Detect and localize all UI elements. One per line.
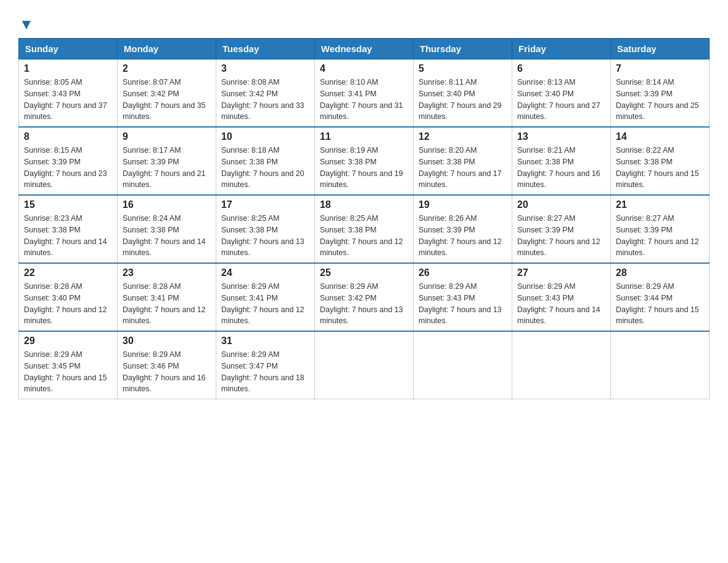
calendar-cell: 18 Sunrise: 8:25 AMSunset: 3:38 PMDaylig… xyxy=(315,195,414,263)
day-number: 7 xyxy=(616,63,704,74)
calendar-cell: 10 Sunrise: 8:18 AMSunset: 3:38 PMDaylig… xyxy=(216,127,315,195)
day-info: Sunrise: 8:29 AMSunset: 3:43 PMDaylight:… xyxy=(517,281,605,327)
calendar-cell: 4 Sunrise: 8:10 AMSunset: 3:41 PMDayligh… xyxy=(315,59,414,128)
day-info: Sunrise: 8:29 AMSunset: 3:42 PMDaylight:… xyxy=(320,281,408,327)
weekday-header-saturday: Saturday xyxy=(611,39,710,59)
day-number: 20 xyxy=(517,199,605,210)
calendar-cell xyxy=(315,331,414,399)
calendar-cell: 8 Sunrise: 8:15 AMSunset: 3:39 PMDayligh… xyxy=(19,127,118,195)
day-number: 27 xyxy=(517,267,605,278)
day-info: Sunrise: 8:29 AMSunset: 3:43 PMDaylight:… xyxy=(419,281,507,327)
day-number: 12 xyxy=(419,131,507,142)
day-number: 4 xyxy=(320,63,408,74)
calendar-cell: 29 Sunrise: 8:29 AMSunset: 3:45 PMDaylig… xyxy=(19,331,118,399)
calendar-cell: 3 Sunrise: 8:08 AMSunset: 3:42 PMDayligh… xyxy=(216,59,315,128)
day-info: Sunrise: 8:29 AMSunset: 3:46 PMDaylight:… xyxy=(123,349,211,395)
calendar-cell: 9 Sunrise: 8:17 AMSunset: 3:39 PMDayligh… xyxy=(118,127,216,195)
calendar-cell: 6 Sunrise: 8:13 AMSunset: 3:40 PMDayligh… xyxy=(512,59,611,128)
calendar-header-row: SundayMondayTuesdayWednesdayThursdayFrid… xyxy=(19,39,710,59)
day-info: Sunrise: 8:27 AMSunset: 3:39 PMDaylight:… xyxy=(517,213,605,259)
weekday-header-friday: Friday xyxy=(512,39,611,59)
page-header xyxy=(18,12,710,32)
day-info: Sunrise: 8:11 AMSunset: 3:40 PMDaylight:… xyxy=(419,77,507,123)
weekday-header-monday: Monday xyxy=(118,39,216,59)
day-number: 13 xyxy=(517,131,605,142)
day-number: 31 xyxy=(221,335,309,347)
day-info: Sunrise: 8:05 AMSunset: 3:43 PMDaylight:… xyxy=(24,77,112,123)
day-info: Sunrise: 8:19 AMSunset: 3:38 PMDaylight:… xyxy=(320,145,408,191)
calendar-cell: 13 Sunrise: 8:21 AMSunset: 3:38 PMDaylig… xyxy=(512,127,611,195)
day-info: Sunrise: 8:13 AMSunset: 3:40 PMDaylight:… xyxy=(517,77,605,123)
calendar-cell xyxy=(414,331,512,399)
day-number: 2 xyxy=(123,63,211,74)
calendar-cell: 16 Sunrise: 8:24 AMSunset: 3:38 PMDaylig… xyxy=(118,195,216,263)
calendar-cell: 24 Sunrise: 8:29 AMSunset: 3:41 PMDaylig… xyxy=(216,263,315,331)
day-number: 30 xyxy=(123,335,211,347)
calendar-cell: 28 Sunrise: 8:29 AMSunset: 3:44 PMDaylig… xyxy=(611,263,710,331)
day-number: 21 xyxy=(616,199,704,210)
day-number: 14 xyxy=(616,131,704,142)
day-number: 11 xyxy=(320,131,408,142)
svg-marker-0 xyxy=(22,21,31,29)
calendar-cell: 12 Sunrise: 8:20 AMSunset: 3:38 PMDaylig… xyxy=(414,127,512,195)
calendar-cell: 14 Sunrise: 8:22 AMSunset: 3:38 PMDaylig… xyxy=(611,127,710,195)
day-number: 16 xyxy=(123,199,211,210)
day-info: Sunrise: 8:29 AMSunset: 3:45 PMDaylight:… xyxy=(24,349,112,395)
day-info: Sunrise: 8:27 AMSunset: 3:39 PMDaylight:… xyxy=(616,213,704,259)
day-info: Sunrise: 8:29 AMSunset: 3:41 PMDaylight:… xyxy=(221,281,309,327)
calendar-cell: 23 Sunrise: 8:28 AMSunset: 3:41 PMDaylig… xyxy=(118,263,216,331)
day-info: Sunrise: 8:28 AMSunset: 3:41 PMDaylight:… xyxy=(123,281,211,327)
calendar-cell: 31 Sunrise: 8:29 AMSunset: 3:47 PMDaylig… xyxy=(216,331,315,399)
day-info: Sunrise: 8:25 AMSunset: 3:38 PMDaylight:… xyxy=(221,213,309,259)
day-number: 8 xyxy=(24,131,112,142)
day-info: Sunrise: 8:25 AMSunset: 3:38 PMDaylight:… xyxy=(320,213,408,259)
day-info: Sunrise: 8:22 AMSunset: 3:38 PMDaylight:… xyxy=(616,145,704,191)
day-info: Sunrise: 8:29 AMSunset: 3:44 PMDaylight:… xyxy=(616,281,704,327)
day-info: Sunrise: 8:29 AMSunset: 3:47 PMDaylight:… xyxy=(221,349,309,395)
day-number: 3 xyxy=(221,63,309,74)
weekday-header-tuesday: Tuesday xyxy=(216,39,315,59)
calendar-table: SundayMondayTuesdayWednesdayThursdayFrid… xyxy=(18,38,710,399)
calendar-cell: 5 Sunrise: 8:11 AMSunset: 3:40 PMDayligh… xyxy=(414,59,512,128)
day-number: 10 xyxy=(221,131,309,142)
calendar-week-row: 29 Sunrise: 8:29 AMSunset: 3:45 PMDaylig… xyxy=(19,331,710,399)
calendar-cell: 20 Sunrise: 8:27 AMSunset: 3:39 PMDaylig… xyxy=(512,195,611,263)
day-number: 23 xyxy=(123,267,211,278)
calendar-cell: 22 Sunrise: 8:28 AMSunset: 3:40 PMDaylig… xyxy=(19,263,118,331)
calendar-week-row: 1 Sunrise: 8:05 AMSunset: 3:43 PMDayligh… xyxy=(19,59,710,128)
weekday-header-thursday: Thursday xyxy=(414,39,512,59)
day-info: Sunrise: 8:28 AMSunset: 3:40 PMDaylight:… xyxy=(24,281,112,327)
calendar-cell: 17 Sunrise: 8:25 AMSunset: 3:38 PMDaylig… xyxy=(216,195,315,263)
day-info: Sunrise: 8:21 AMSunset: 3:38 PMDaylight:… xyxy=(517,145,605,191)
calendar-cell: 7 Sunrise: 8:14 AMSunset: 3:39 PMDayligh… xyxy=(611,59,710,128)
calendar-cell: 25 Sunrise: 8:29 AMSunset: 3:42 PMDaylig… xyxy=(315,263,414,331)
calendar-cell: 11 Sunrise: 8:19 AMSunset: 3:38 PMDaylig… xyxy=(315,127,414,195)
day-number: 24 xyxy=(221,267,309,278)
day-info: Sunrise: 8:18 AMSunset: 3:38 PMDaylight:… xyxy=(221,145,309,191)
calendar-cell: 1 Sunrise: 8:05 AMSunset: 3:43 PMDayligh… xyxy=(19,59,118,128)
calendar-cell: 27 Sunrise: 8:29 AMSunset: 3:43 PMDaylig… xyxy=(512,263,611,331)
calendar-cell xyxy=(611,331,710,399)
day-info: Sunrise: 8:15 AMSunset: 3:39 PMDaylight:… xyxy=(24,145,112,191)
day-number: 17 xyxy=(221,199,309,210)
calendar-cell: 26 Sunrise: 8:29 AMSunset: 3:43 PMDaylig… xyxy=(414,263,512,331)
day-number: 6 xyxy=(517,63,605,74)
day-number: 25 xyxy=(320,267,408,278)
calendar-week-row: 8 Sunrise: 8:15 AMSunset: 3:39 PMDayligh… xyxy=(19,127,710,195)
day-info: Sunrise: 8:26 AMSunset: 3:39 PMDaylight:… xyxy=(419,213,507,259)
calendar-cell: 30 Sunrise: 8:29 AMSunset: 3:46 PMDaylig… xyxy=(118,331,216,399)
day-number: 29 xyxy=(24,335,112,347)
calendar-week-row: 15 Sunrise: 8:23 AMSunset: 3:38 PMDaylig… xyxy=(19,195,710,263)
day-info: Sunrise: 8:17 AMSunset: 3:39 PMDaylight:… xyxy=(123,145,211,191)
day-info: Sunrise: 8:20 AMSunset: 3:38 PMDaylight:… xyxy=(419,145,507,191)
calendar-cell: 19 Sunrise: 8:26 AMSunset: 3:39 PMDaylig… xyxy=(414,195,512,263)
calendar-cell: 21 Sunrise: 8:27 AMSunset: 3:39 PMDaylig… xyxy=(611,195,710,263)
day-info: Sunrise: 8:10 AMSunset: 3:41 PMDaylight:… xyxy=(320,77,408,123)
calendar-cell: 2 Sunrise: 8:07 AMSunset: 3:42 PMDayligh… xyxy=(118,59,216,128)
day-number: 22 xyxy=(24,267,112,278)
calendar-cell xyxy=(512,331,611,399)
day-number: 28 xyxy=(616,267,704,278)
day-info: Sunrise: 8:14 AMSunset: 3:39 PMDaylight:… xyxy=(616,77,704,123)
day-info: Sunrise: 8:24 AMSunset: 3:38 PMDaylight:… xyxy=(123,213,211,259)
logo xyxy=(18,12,33,32)
